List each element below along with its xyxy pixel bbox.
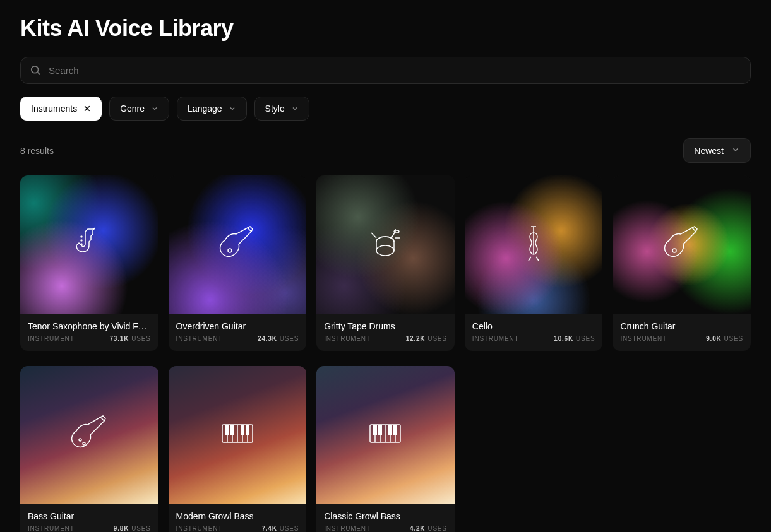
card-thumbnail (316, 366, 455, 504)
instrument-card[interactable]: Gritty Tape DrumsINSTRUMENT12.2KUSES (316, 175, 455, 351)
keys-icon (217, 413, 258, 456)
filter-chip-genre[interactable]: Genre (109, 97, 169, 121)
card-meta: Bass GuitarINSTRUMENT9.8KUSES (20, 504, 158, 532)
filter-label: Genre (120, 103, 145, 114)
instrument-card[interactable]: Crunch GuitarINSTRUMENT9.0KUSES (613, 175, 751, 351)
bass-icon (69, 413, 109, 456)
card-tag: INSTRUMENT (176, 335, 223, 342)
close-icon (83, 105, 91, 112)
filter-label: Langage (188, 103, 222, 114)
filter-bar: InstrumentsGenreLangageStyle (20, 97, 751, 121)
page-title: Kits AI Voice Library (20, 15, 751, 42)
card-subrow: INSTRUMENT10.6KUSES (472, 335, 595, 342)
card-tag: INSTRUMENT (176, 525, 223, 532)
card-thumbnail (316, 175, 455, 314)
sort-dropdown[interactable]: Newest (683, 138, 751, 163)
card-title: Bass Guitar (28, 511, 151, 521)
drums-icon (365, 223, 405, 266)
card-title: Classic Growl Bass (324, 511, 447, 521)
card-uses: 24.3KUSES (258, 335, 299, 342)
card-title: Modern Growl Bass (176, 511, 299, 521)
instrument-card[interactable]: Bass GuitarINSTRUMENT9.8KUSES (20, 366, 158, 532)
sort-label: Newest (694, 146, 724, 156)
filter-chip-style[interactable]: Style (254, 97, 309, 121)
card-thumbnail (20, 175, 158, 314)
card-uses: 4.2KUSES (410, 525, 447, 532)
card-subrow: INSTRUMENT9.8KUSES (28, 525, 151, 532)
card-uses: 7.4KUSES (261, 525, 299, 532)
card-subrow: INSTRUMENT4.2KUSES (324, 525, 447, 532)
keys-icon (365, 413, 405, 456)
card-meta: Overdriven GuitarINSTRUMENT24.3KUSES (169, 314, 307, 351)
chevron-down-icon (731, 145, 740, 156)
card-tag: INSTRUMENT (472, 335, 519, 342)
card-tag: INSTRUMENT (324, 335, 371, 342)
search-container (20, 57, 751, 84)
guitar-icon (662, 223, 702, 266)
instrument-card[interactable]: Overdriven GuitarINSTRUMENT24.3KUSES (169, 175, 307, 351)
card-meta: Modern Growl BassINSTRUMENT7.4KUSES (169, 504, 307, 532)
card-tag: INSTRUMENT (324, 525, 371, 532)
card-uses: 73.1KUSES (109, 335, 150, 342)
card-thumbnail (613, 175, 751, 314)
instrument-card[interactable]: Modern Growl BassINSTRUMENT7.4KUSES (169, 366, 307, 532)
card-subrow: INSTRUMENT73.1KUSES (28, 335, 151, 342)
results-row: 8 results Newest (20, 138, 751, 163)
card-uses: 9.8KUSES (114, 525, 151, 532)
card-title: Tenor Saxophone by Vivid Feve... (28, 321, 151, 331)
card-subrow: INSTRUMENT12.2KUSES (324, 335, 447, 342)
card-meta: Crunch GuitarINSTRUMENT9.0KUSES (613, 314, 751, 351)
card-meta: Tenor Saxophone by Vivid Feve...INSTRUME… (20, 314, 158, 351)
card-subrow: INSTRUMENT9.0KUSES (620, 335, 743, 342)
card-meta: Gritty Tape DrumsINSTRUMENT12.2KUSES (316, 314, 455, 351)
card-tag: INSTRUMENT (28, 525, 75, 532)
guitar-icon (217, 223, 258, 266)
card-thumbnail (20, 366, 158, 504)
card-meta: Classic Growl BassINSTRUMENT4.2KUSES (316, 504, 455, 532)
card-thumbnail (465, 175, 603, 314)
card-uses: 9.0KUSES (706, 335, 743, 342)
card-thumbnail (169, 175, 307, 314)
results-count: 8 results (20, 146, 54, 156)
card-tag: INSTRUMENT (28, 335, 75, 342)
filter-label: Style (265, 103, 285, 114)
card-title: Crunch Guitar (620, 321, 743, 331)
card-title: Overdriven Guitar (176, 321, 299, 331)
sax-icon (69, 223, 109, 266)
chevron-down-icon (291, 105, 299, 112)
card-grid: Tenor Saxophone by Vivid Feve...INSTRUME… (20, 175, 751, 532)
chevron-down-icon (151, 105, 158, 112)
instrument-card[interactable]: Classic Growl BassINSTRUMENT4.2KUSES (316, 366, 455, 532)
cello-icon (513, 223, 554, 266)
card-title: Gritty Tape Drums (324, 321, 447, 331)
card-subrow: INSTRUMENT7.4KUSES (176, 525, 299, 532)
filter-chip-langage[interactable]: Langage (177, 97, 247, 121)
card-tag: INSTRUMENT (620, 335, 667, 342)
instrument-card[interactable]: CelloINSTRUMENT10.6KUSES (465, 175, 603, 351)
card-meta: CelloINSTRUMENT10.6KUSES (465, 314, 603, 351)
filter-label: Instruments (31, 103, 77, 114)
instrument-card[interactable]: Tenor Saxophone by Vivid Feve...INSTRUME… (20, 175, 158, 351)
card-title: Cello (472, 321, 595, 331)
chevron-down-icon (229, 105, 236, 112)
card-uses: 10.6KUSES (554, 335, 595, 342)
card-thumbnail (169, 366, 307, 504)
search-input[interactable] (20, 57, 751, 84)
card-uses: 12.2KUSES (406, 335, 447, 342)
card-subrow: INSTRUMENT24.3KUSES (176, 335, 299, 342)
filter-chip-instruments[interactable]: Instruments (20, 97, 102, 121)
